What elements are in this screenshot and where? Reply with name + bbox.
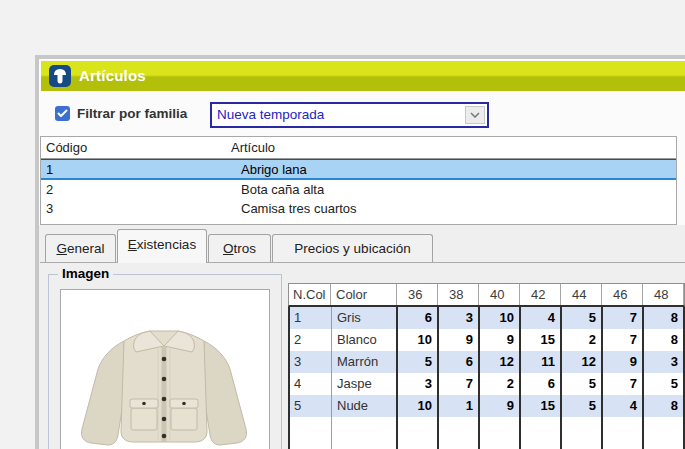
stock-qty-cell[interactable]: 4	[603, 395, 644, 417]
window-titlebar: Artículos	[41, 61, 685, 91]
app-logo-icon	[49, 65, 71, 87]
stock-qty-cell[interactable]: 12	[480, 351, 521, 373]
stock-qty-cell[interactable]: 15	[521, 329, 562, 351]
article-code-cell: 1	[46, 162, 53, 177]
tab-label: Existencias	[128, 237, 196, 252]
stock-qty-cell[interactable]: 7	[603, 329, 644, 351]
stock-qty-cell[interactable]: 15	[521, 395, 562, 417]
tab-label: Otros	[223, 241, 256, 256]
color-cell-empty	[332, 417, 398, 449]
list-item[interactable]: 3Camisa tres cuartos	[41, 199, 676, 218]
articulos-window: Artículos Filtrar por familia Nueva temp…	[35, 55, 685, 449]
stock-qty-cell[interactable]: 6	[521, 373, 562, 395]
stock-qty-cell[interactable]: 5	[562, 373, 603, 395]
column-header-codigo[interactable]: Código	[46, 140, 87, 155]
stock-qty-cell[interactable]: 7	[603, 373, 644, 395]
stock-qty-cell[interactable]: 2	[562, 329, 603, 351]
stock-qty-cell[interactable]: 5	[398, 351, 439, 373]
check-icon	[57, 109, 68, 118]
stock-qty-cell[interactable]: 9	[603, 351, 644, 373]
articles-list: Código Artículo 1Abrigo lana2Bota caña a…	[40, 136, 677, 225]
article-name-cell: Camisa tres cuartos	[241, 201, 357, 216]
tab-otros[interactable]: Otros	[208, 234, 271, 262]
stock-qty-cell[interactable]: 9	[480, 395, 521, 417]
family-dropdown[interactable]: Nueva temporada	[210, 102, 489, 128]
stock-qty-cell[interactable]: 12	[562, 351, 603, 373]
stock-qty-cell[interactable]: 10	[398, 329, 439, 351]
filter-checkbox-label[interactable]: Filtrar por familia	[77, 106, 187, 121]
stock-row: 3Marrón5612111293	[288, 351, 685, 373]
column-header-n-col: N.Col	[289, 284, 331, 305]
column-header-40: 40	[479, 284, 520, 305]
color-cell[interactable]: Marrón	[332, 351, 398, 373]
list-item[interactable]: 2Bota caña alta	[41, 180, 676, 199]
stock-qty-cell-empty	[644, 417, 685, 449]
stock-qty-cell[interactable]: 10	[480, 307, 521, 329]
color-cell[interactable]: Blanco	[332, 329, 398, 351]
stock-qty-cell[interactable]: 6	[439, 351, 480, 373]
stock-qty-cell[interactable]: 8	[644, 307, 685, 329]
articles-list-header: Código Artículo	[41, 137, 676, 159]
window-title: Artículos	[79, 67, 146, 84]
stock-qty-cell-empty	[398, 417, 439, 449]
stock-qty-cell[interactable]: 6	[398, 307, 439, 329]
stock-qty-cell-empty	[521, 417, 562, 449]
column-header-38: 38	[438, 284, 479, 305]
column-header-36: 36	[397, 284, 438, 305]
ncol-cell[interactable]: 1	[290, 307, 332, 329]
tab-label: General	[56, 241, 104, 256]
stock-row: 2Blanco109915278	[288, 329, 685, 351]
article-image	[64, 296, 264, 449]
stock-qty-cell[interactable]: 1	[439, 395, 480, 417]
ncol-cell[interactable]: 4	[290, 373, 332, 395]
stock-qty-cell[interactable]: 10	[398, 395, 439, 417]
stock-qty-cell[interactable]: 5	[562, 307, 603, 329]
column-header-48: 48	[643, 284, 684, 305]
color-cell[interactable]: Gris	[332, 307, 398, 329]
stock-qty-cell[interactable]: 2	[480, 373, 521, 395]
article-code-cell: 2	[46, 182, 53, 197]
ncol-cell[interactable]: 3	[290, 351, 332, 373]
image-groupbox: Imagen	[48, 274, 282, 449]
image-group-label: Imagen	[58, 266, 113, 281]
column-header-42: 42	[520, 284, 561, 305]
stock-qty-cell[interactable]: 3	[398, 373, 439, 395]
stock-qty-cell[interactable]: 5	[644, 373, 685, 395]
stock-qty-cell[interactable]: 8	[644, 395, 685, 417]
list-item[interactable]: 1Abrigo lana	[41, 159, 676, 180]
tab-existencias[interactable]: Existencias	[117, 229, 207, 263]
stock-qty-cell[interactable]: 11	[521, 351, 562, 373]
stock-qty-cell[interactable]: 8	[644, 329, 685, 351]
stock-row: 5Nude101915548	[288, 395, 685, 417]
stock-qty-cell[interactable]: 3	[644, 351, 685, 373]
filter-checkbox[interactable]	[55, 106, 70, 121]
stock-qty-cell-empty	[439, 417, 480, 449]
column-header-articulo[interactable]: Artículo	[231, 140, 275, 155]
dropdown-arrow-button[interactable]	[465, 106, 485, 124]
article-code-cell: 3	[46, 201, 53, 216]
article-name-cell: Bota caña alta	[241, 182, 324, 197]
stock-row: 1Gris63104578	[288, 307, 685, 329]
tab-precios-y-ubicaci-n[interactable]: Precios y ubicación	[272, 234, 433, 262]
article-image-frame	[60, 289, 270, 449]
stock-qty-cell[interactable]: 5	[562, 395, 603, 417]
stock-table-body: 1Gris631045782Blanco1099152783Marrón5612…	[288, 307, 685, 449]
stock-row-empty	[288, 417, 685, 449]
color-cell[interactable]: Jaspe	[332, 373, 398, 395]
article-name-cell: Abrigo lana	[241, 162, 307, 177]
tab-general[interactable]: General	[45, 234, 116, 262]
chevron-down-icon	[470, 112, 480, 118]
ncol-cell[interactable]: 5	[290, 395, 332, 417]
stock-qty-cell[interactable]: 7	[603, 307, 644, 329]
stock-qty-cell[interactable]: 9	[439, 329, 480, 351]
color-cell[interactable]: Nude	[332, 395, 398, 417]
stock-table: N.ColColor36384042444648 1Gris631045782B…	[288, 283, 685, 449]
stock-qty-cell[interactable]: 7	[439, 373, 480, 395]
stock-qty-cell-empty	[480, 417, 521, 449]
stock-qty-cell[interactable]: 9	[480, 329, 521, 351]
ncol-cell[interactable]: 2	[290, 329, 332, 351]
stock-table-header: N.ColColor36384042444648	[288, 283, 685, 307]
stock-qty-cell[interactable]: 3	[439, 307, 480, 329]
tab-label: Precios y ubicación	[294, 241, 410, 256]
stock-qty-cell[interactable]: 4	[521, 307, 562, 329]
